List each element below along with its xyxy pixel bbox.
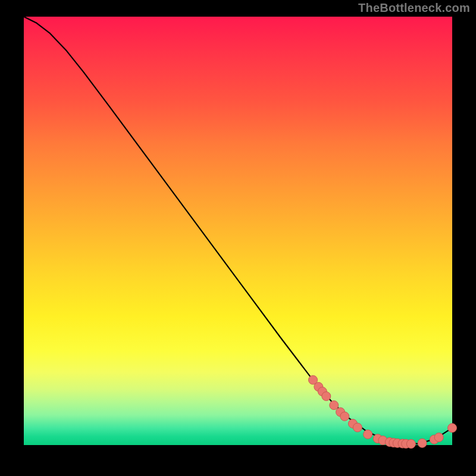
chart-marker <box>448 424 457 433</box>
chart-marker <box>330 401 339 410</box>
chart-marker <box>406 439 415 448</box>
chart-marker <box>418 439 427 447</box>
chart-marker <box>353 423 362 432</box>
bottleneck-curve <box>24 17 452 444</box>
chart-marker <box>364 430 372 439</box>
chart-markers <box>309 375 457 448</box>
chart-marker <box>340 412 349 421</box>
chart-overlay <box>24 17 452 445</box>
chart-plot-area <box>24 17 452 445</box>
chart-marker <box>434 433 443 442</box>
chart-marker <box>322 392 331 400</box>
attribution-label: TheBottleneck.com <box>358 1 470 15</box>
